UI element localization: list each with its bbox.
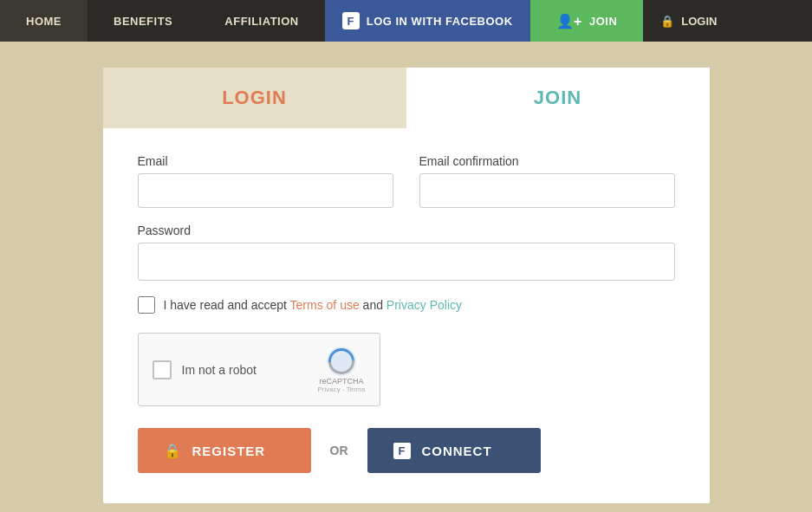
or-separator: OR bbox=[311, 444, 367, 457]
email-confirm-label: Email confirmation bbox=[419, 154, 675, 168]
email-confirm-input[interactable] bbox=[419, 173, 675, 208]
nav-facebook-label: LOG IN WITH FACEBOOK bbox=[367, 15, 513, 28]
tab-join[interactable]: JOIN bbox=[406, 68, 710, 128]
navigation: HOME BENEFITS AFFILIATION f LOG IN WITH … bbox=[0, 0, 812, 42]
terms-row: I have read and accept Terms of use and … bbox=[138, 296, 675, 314]
svg-point-0 bbox=[327, 347, 356, 376]
terms-checkbox[interactable] bbox=[138, 296, 155, 314]
recaptcha-icon bbox=[326, 346, 357, 377]
form-area: Email Email confirmation Password I have… bbox=[103, 128, 710, 503]
captcha-box[interactable]: Im not a robot reCAPTCHA Privacy - Terms bbox=[138, 333, 380, 406]
nav-login[interactable]: 🔒 LOGIN bbox=[643, 0, 734, 42]
password-group: Password bbox=[138, 224, 675, 281]
nav-login-label: LOGIN bbox=[681, 15, 717, 28]
captcha-left: Im not a robot bbox=[153, 360, 257, 379]
facebook-icon: f bbox=[342, 12, 360, 29]
email-input[interactable] bbox=[138, 173, 393, 208]
connect-label: CONNECT bbox=[421, 444, 491, 458]
main-card: LOGIN JOIN Email Email confirmation Pass… bbox=[103, 68, 710, 503]
nav-login-facebook[interactable]: f LOG IN WITH FACEBOOK bbox=[325, 0, 530, 42]
nav-join[interactable]: 👤+ JOIN bbox=[530, 0, 644, 42]
person-plus-icon: 👤+ bbox=[556, 13, 582, 29]
captcha-right: reCAPTCHA Privacy - Terms bbox=[318, 346, 366, 393]
register-label: REGISTER bbox=[192, 444, 266, 458]
register-lock-icon: 🔒 bbox=[164, 443, 182, 459]
email-group: Email bbox=[138, 154, 393, 208]
captcha-area: Im not a robot reCAPTCHA Privacy - Terms bbox=[138, 333, 380, 406]
nav-affiliation[interactable]: AFFILIATION bbox=[198, 0, 324, 42]
email-row: Email Email confirmation bbox=[138, 154, 675, 208]
tabs: LOGIN JOIN bbox=[103, 68, 710, 128]
captcha-checkbox[interactable] bbox=[153, 360, 172, 379]
privacy-link[interactable]: Privacy Policy bbox=[387, 298, 462, 312]
tab-login[interactable]: LOGIN bbox=[103, 68, 406, 128]
email-confirm-group: Email confirmation bbox=[419, 154, 675, 208]
lock-nav-icon: 🔒 bbox=[660, 15, 674, 28]
recaptcha-links: Privacy - Terms bbox=[318, 386, 366, 393]
terms-link[interactable]: Terms of use bbox=[290, 298, 360, 312]
connect-button[interactable]: f CONNECT bbox=[367, 428, 541, 473]
nav-join-label: JOIN bbox=[589, 15, 617, 28]
connect-facebook-icon: f bbox=[393, 443, 412, 459]
nav-benefits[interactable]: BENEFITS bbox=[88, 0, 198, 42]
nav-home[interactable]: HOME bbox=[0, 0, 88, 42]
buttons-row: 🔒 REGISTER OR f CONNECT bbox=[138, 428, 675, 473]
password-label: Password bbox=[138, 224, 675, 237]
register-button[interactable]: 🔒 REGISTER bbox=[138, 428, 311, 473]
password-input[interactable] bbox=[138, 243, 675, 281]
terms-text: I have read and accept Terms of use and … bbox=[164, 298, 463, 312]
recaptcha-brand: reCAPTCHA bbox=[320, 377, 364, 386]
email-label: Email bbox=[138, 154, 393, 168]
captcha-label: Im not a robot bbox=[182, 363, 257, 377]
page-content: LOGIN JOIN Email Email confirmation Pass… bbox=[0, 42, 812, 512]
